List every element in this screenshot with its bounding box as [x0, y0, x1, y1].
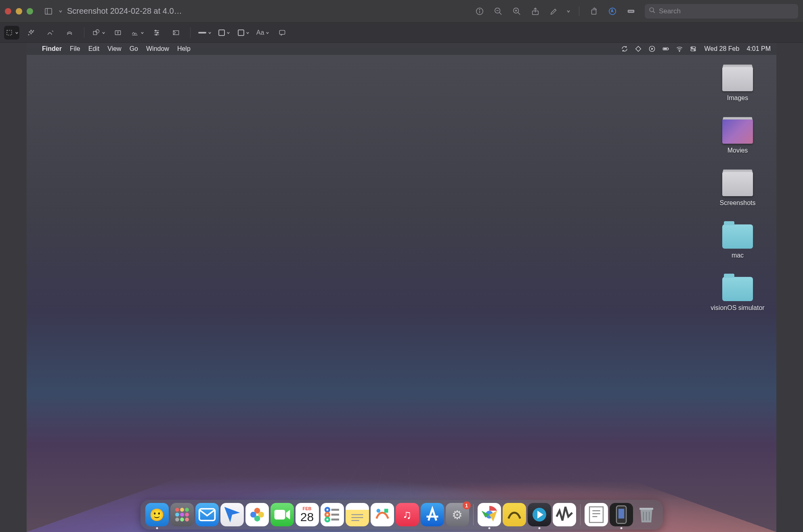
sidebar-toggle-button[interactable]: [42, 5, 55, 18]
instant-alpha-button[interactable]: [23, 26, 39, 40]
border-color-button[interactable]: [216, 26, 232, 40]
selection-tool-button[interactable]: [4, 26, 19, 40]
chevron-down-icon: [15, 29, 19, 36]
sketch-button[interactable]: [43, 26, 58, 40]
dock-appstore[interactable]: [421, 503, 444, 526]
menubar-item-go[interactable]: Go: [126, 45, 142, 52]
control-center-icon[interactable]: [689, 45, 697, 53]
appstore-icon: [421, 503, 444, 526]
search-field[interactable]: [645, 4, 798, 19]
markup-button[interactable]: [606, 5, 619, 18]
menubar-item-window[interactable]: Window: [142, 45, 173, 52]
markup-toolbar: Aa: [0, 23, 803, 43]
text-style-button[interactable]: Aa: [255, 26, 270, 40]
dock-separator: [473, 504, 474, 525]
separator: [579, 6, 579, 16]
dock-reminders[interactable]: [321, 503, 344, 526]
svg-rect-0: [45, 8, 52, 14]
adjust-color-button[interactable]: [149, 26, 164, 40]
menubar-time[interactable]: 4:01 PM: [746, 45, 771, 52]
menubar-item-file[interactable]: File: [66, 45, 84, 52]
svg-point-46: [180, 508, 184, 512]
search-icon: [649, 7, 656, 15]
menubar-item-edit[interactable]: Edit: [84, 45, 104, 52]
screen-record-icon[interactable]: [648, 45, 656, 53]
stack-icon: [722, 119, 753, 144]
rotate-button[interactable]: [587, 5, 600, 18]
dock-maps[interactable]: [220, 503, 244, 526]
annotate-button[interactable]: [275, 26, 290, 40]
dock-settings[interactable]: ⚙︎ 1: [446, 503, 469, 526]
menubar-date[interactable]: Wed 28 Feb: [704, 45, 740, 52]
notes-icon: [346, 503, 369, 526]
svg-point-47: [185, 508, 189, 512]
dock-photos[interactable]: [245, 503, 269, 526]
desktop-item-screenshots[interactable]: Screenshots: [720, 172, 756, 207]
sign-button[interactable]: [130, 26, 145, 40]
dock-freeform-alt[interactable]: [503, 503, 526, 526]
folder-icon: [722, 277, 753, 301]
svg-point-44: [694, 50, 695, 51]
dock-quicktime[interactable]: [528, 503, 551, 526]
settings-badge: 1: [463, 501, 471, 509]
menubar-item-help[interactable]: Help: [173, 45, 195, 52]
dock-mail[interactable]: [195, 503, 219, 526]
svg-rect-22: [93, 31, 96, 34]
dock-textedit[interactable]: [585, 503, 608, 526]
svg-rect-19: [7, 30, 12, 35]
activity-icon: [553, 503, 576, 526]
dock-freeform[interactable]: [371, 503, 394, 526]
minimize-window-button[interactable]: [16, 8, 22, 15]
info-button[interactable]: [473, 5, 486, 18]
dock-activity-monitor[interactable]: [553, 503, 576, 526]
highlight-button[interactable]: [547, 5, 560, 18]
stroke-icon: [198, 32, 206, 34]
dock-chrome[interactable]: [478, 503, 501, 526]
dock-notes[interactable]: [346, 503, 369, 526]
music-icon: ♫: [403, 508, 412, 522]
menubar-app-name[interactable]: Finder: [38, 45, 66, 52]
dock-trash[interactable]: [635, 503, 658, 526]
wifi-icon[interactable]: [675, 45, 683, 53]
desktop-item-images[interactable]: Images: [722, 67, 753, 102]
svg-marker-36: [651, 48, 653, 50]
dock-finder[interactable]: 🙂: [145, 503, 169, 526]
redact-button[interactable]: [625, 5, 637, 18]
desktop-item-mac[interactable]: mac: [722, 224, 753, 259]
search-input[interactable]: [659, 7, 794, 15]
svg-point-66: [325, 517, 329, 522]
text-button[interactable]: [110, 26, 126, 40]
svg-rect-83: [639, 508, 653, 510]
stroke-weight-button[interactable]: [197, 26, 212, 40]
dock-facetime[interactable]: [270, 503, 294, 526]
sidebar-toggle-chevron[interactable]: [58, 9, 63, 13]
svg-point-17: [650, 8, 654, 12]
adjust-size-button[interactable]: [168, 26, 184, 40]
raycast-icon[interactable]: [634, 45, 642, 53]
zoom-out-button[interactable]: [492, 5, 505, 18]
desktop-item-label: Screenshots: [720, 199, 756, 207]
svg-point-71: [376, 509, 380, 513]
shapes-button[interactable]: [91, 26, 106, 40]
share-button[interactable]: [529, 5, 542, 18]
dock-launchpad[interactable]: [170, 503, 194, 526]
draw-button[interactable]: [62, 26, 78, 40]
desktop-item-visionos[interactable]: visionOS simulator: [711, 277, 764, 312]
dock-simulator[interactable]: [610, 503, 633, 526]
close-window-button[interactable]: [5, 8, 11, 15]
dock-music[interactable]: ♫: [396, 503, 419, 526]
battery-icon[interactable]: [662, 45, 670, 53]
zoom-in-button[interactable]: [510, 5, 523, 18]
dock-calendar[interactable]: FEB 28: [296, 503, 319, 526]
fill-color-button[interactable]: [236, 26, 251, 40]
sync-status-icon[interactable]: [621, 45, 629, 53]
maximize-window-button[interactable]: [27, 8, 33, 15]
svg-rect-60: [274, 510, 285, 519]
desktop-item-movies[interactable]: Movies: [722, 119, 753, 154]
desktop-item-label: visionOS simulator: [711, 304, 764, 312]
menubar-item-view[interactable]: View: [103, 45, 125, 52]
gear-icon: ⚙︎: [452, 508, 463, 522]
svg-point-43: [691, 47, 692, 48]
highlight-chevron[interactable]: [566, 9, 571, 13]
calendar-day: 28: [300, 511, 314, 523]
